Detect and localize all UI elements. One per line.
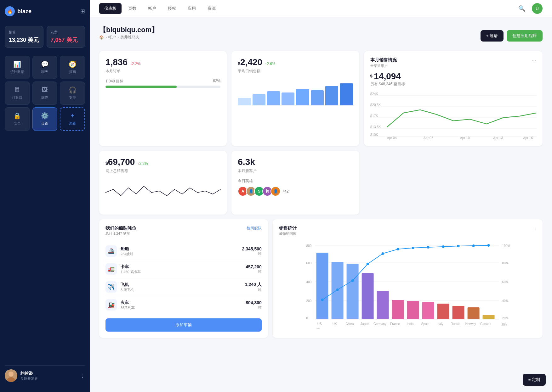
create-app-button[interactable]: 创建应用程序 [507,30,543,42]
tab-accounts[interactable]: 帐户 [143,3,161,14]
svg-text:600: 600 [306,261,311,265]
heroes-label: 今日英雄 [238,178,353,184]
fleet-item-train: 🚂 火车 36路列车 804,300 吨 [105,296,262,314]
add-vehicle-button[interactable]: 添加车辆 [105,318,262,332]
stats-more-icon[interactable]: ··· [532,226,536,232]
breadcrumb-home: 🏠 [99,35,104,40]
tab-pages[interactable]: 页数 [123,3,141,14]
sidebar-item-chat[interactable]: 💬 聊天 [32,56,58,79]
search-button[interactable]: 🔍 [516,3,527,14]
support-icon: 🎧 [69,86,77,94]
progress-fill [105,86,177,88]
monthly-sales-title: 本月销售情况 [370,57,397,63]
stats-icon: 📊 [13,60,21,68]
bar-spain [422,302,434,319]
svg-point-1 [9,372,14,377]
sidebar-item-media[interactable]: 🖼 媒体 [32,81,58,105]
sidebar-item-support[interactable]: 🎧 支持 [60,81,85,105]
user-info: 约翰逊 反应开发者 [20,371,80,381]
svg-text:100%: 100% [502,244,510,248]
tab-auth[interactable]: 授权 [163,3,181,14]
top-nav-actions: 🔍 U [516,3,543,14]
more-icon[interactable]: ··· [532,57,536,64]
budget-value: 13,230 美元 [9,36,39,44]
nav-tabs: 仪表板 页数 帐户 授权 应用 资源 [99,3,221,14]
total-sales-change: ↑2.2% [137,161,148,166]
sidebar-item-add[interactable]: + 添新 [60,107,85,131]
orders-header: 1,836 ↓2.2% [105,57,220,67]
bar-1 [238,98,251,106]
settings-icon: ⚙️ [41,112,49,120]
train-icon: 🚂 [105,299,117,311]
stats-sub: 最畅销国家 [279,231,297,236]
guide-icon: 🧭 [69,60,77,68]
dot-france [396,248,399,250]
user-avatar-nav[interactable]: U [532,3,543,14]
page-actions: + 邀请 创建应用程序 [481,30,543,42]
truck-icon: 🚛 [105,263,117,275]
bar-india [407,301,419,319]
bar-japan [361,273,373,319]
sidebar-item-label: 指南 [69,70,76,74]
budget-cards: 预算 13,230 美元 花费 7,057 美元 [5,26,85,48]
fleet-info-truck: 卡车 1,460 码卡车 [121,264,246,274]
bar-7 [325,86,338,105]
metrics-row-2: $ 69,700 ↑2.2% 网上总销售额 6.3k 本月新客户 今日英雄 [99,151,543,215]
svg-text:India: India [407,322,414,326]
page-title: 【biqubiqu.com】 🏠 › 帐户 › 奥弗维耶夫 [99,25,158,46]
dot-norway [472,244,475,247]
nav-grid: 📊 统计数据 💬 聊天 🧭 指南 🖩 计算器 🖼 媒体 🎧 支持 🔒 安全 ⚙ [5,56,85,131]
expense-label: 花费 [51,30,81,35]
sidebar-item-stats[interactable]: 📊 统计数据 [5,56,30,79]
avg-sales-card: $ 2,420 ↑2.6% 平均日销售额 [231,51,359,146]
orders-change: ↓2.2% [130,62,140,66]
bar-us [316,253,328,319]
svg-text:40%: 40% [502,299,508,303]
user-role: 反应开发者 [20,376,80,381]
svg-text:400: 400 [306,280,311,284]
progress-bar [105,86,220,88]
hero-avatar-5: 👤 [270,186,281,196]
sidebar-item-settings[interactable]: ⚙️ 设置 [32,107,58,131]
total-sales-label: 网上总销售额 [105,168,220,174]
user-menu-icon[interactable]: ⋮ [80,373,85,379]
sidebar-settings-icon[interactable]: ⊞ [80,8,85,15]
logo-icon: 🔥 [5,6,15,16]
monthly-sales-header: 本月销售情况 全渠道用户 ··· [370,57,536,68]
bar-8 [340,83,353,105]
svg-text:Apr 16: Apr 16 [523,136,533,140]
tab-apps[interactable]: 应用 [183,3,201,14]
logo-text: blaze [17,8,31,15]
tab-resources[interactable]: 资源 [202,3,221,14]
customize-button[interactable]: ≡ 定制 [523,374,546,386]
target-label: 1,048 目标 [105,79,123,84]
tab-dashboard[interactable]: 仪表板 [99,3,122,14]
fleet-unit-truck: 吨 [246,269,262,274]
orders-label: 本月订单 [105,69,220,74]
svg-text:$10K: $10K [370,133,378,137]
sidebar-item-calc[interactable]: 🖩 计算器 [5,81,30,105]
dot-canada [487,244,490,247]
user-name: 约翰逊 [20,371,80,376]
sidebar: 🔥 blaze ⊞ 预算 13,230 美元 花费 7,057 美元 📊 统计数… [0,0,90,392]
fleet-name-ship: 船舶 [121,246,242,252]
sidebar-item-label: 聊天 [41,70,48,74]
dollar-prefix: $ [238,61,240,66]
svg-text:Germany: Germany [373,322,386,326]
fleet-value-train: 804,300 吨 [246,300,262,310]
fleet-link[interactable]: 检阅舰队 [247,226,262,231]
dollar-prefix-2: $ [105,161,108,166]
bar-russia [452,306,464,319]
fleet-name-plane: 飞机 [121,282,245,288]
sidebar-item-guide[interactable]: 🧭 指南 [60,56,85,79]
sidebar-item-label: 设置 [41,121,48,126]
fleet-count-plane: 8 架飞机 [121,288,245,292]
monthly-sales-title-section: 本月销售情况 全渠道用户 [370,57,397,68]
metrics-row-1: 1,836 ↓2.2% 本月订单 1,048 目标 62% $ [99,51,543,146]
invite-button[interactable]: + 邀请 [481,30,504,42]
content-area: 【biqubiqu.com】 🏠 › 帐户 › 奥弗维耶夫 + 邀请 创建应用程… [90,17,552,392]
media-icon: 🖼 [42,86,48,93]
sidebar-item-security[interactable]: 🔒 安全 [5,107,30,131]
hero-avatars: A 👤 S 韩 👤 +42 [238,186,353,196]
monthly-sales-amount: $ 14,094 [370,71,536,81]
